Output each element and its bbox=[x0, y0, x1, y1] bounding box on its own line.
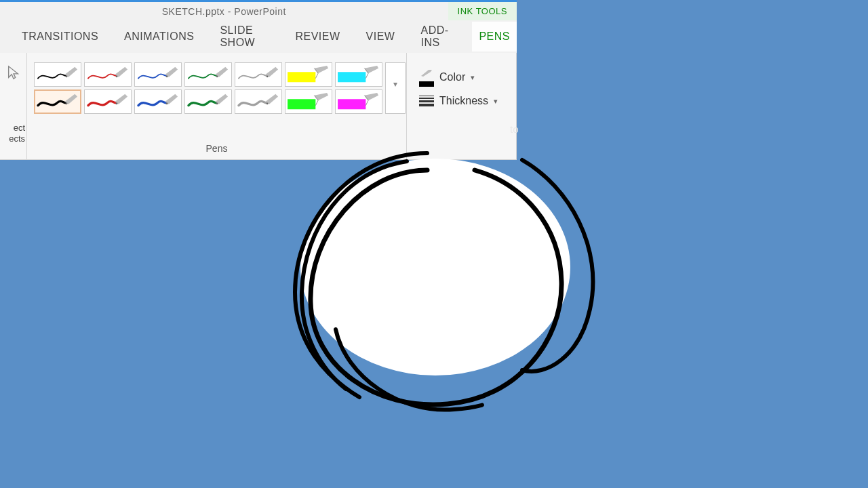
highlighter-swatch[interactable] bbox=[335, 62, 382, 87]
slide-canvas[interactable] bbox=[0, 160, 868, 488]
pen-swatch[interactable] bbox=[184, 62, 232, 87]
highlighter-swatch[interactable] bbox=[285, 89, 332, 114]
svg-point-4 bbox=[267, 75, 269, 77]
svg-point-0 bbox=[66, 75, 68, 77]
tab-addins[interactable]: ADD-INS bbox=[414, 16, 460, 58]
pen-swatch[interactable] bbox=[84, 62, 132, 87]
svg-point-8 bbox=[116, 102, 118, 104]
svg-rect-6 bbox=[338, 72, 366, 82]
svg-rect-13 bbox=[338, 99, 366, 109]
chevron-down-icon: ▾ bbox=[471, 73, 475, 82]
tab-pens[interactable]: PENS bbox=[472, 22, 517, 52]
tab-review[interactable]: REVIEW bbox=[288, 22, 347, 52]
pen-swatch[interactable] bbox=[184, 89, 232, 114]
pen-swatch[interactable] bbox=[235, 89, 282, 114]
svg-point-11 bbox=[267, 102, 269, 104]
chevron-down-icon: ▾ bbox=[393, 79, 397, 89]
thickness-icon bbox=[419, 95, 434, 107]
color-dropdown[interactable]: Color ▾ bbox=[412, 64, 505, 91]
pen-swatch[interactable] bbox=[235, 62, 282, 87]
svg-point-3 bbox=[216, 75, 218, 77]
svg-rect-5 bbox=[288, 72, 315, 82]
ink-strokes[interactable] bbox=[271, 133, 624, 424]
pen-swatch[interactable] bbox=[34, 89, 81, 114]
select-label-fragment-2: ects bbox=[9, 134, 25, 144]
pen-swatch[interactable] bbox=[134, 62, 182, 87]
tab-slideshow[interactable]: SLIDE SHOW bbox=[213, 16, 276, 58]
ribbon-tabs: TRANSITIONS ANIMATIONS SLIDE SHOW REVIEW… bbox=[0, 20, 517, 53]
thickness-label: Thickness bbox=[439, 95, 488, 107]
pens-gallery-expand[interactable]: ▾ bbox=[385, 62, 406, 114]
tab-view[interactable]: VIEW bbox=[359, 22, 402, 52]
ribbon-group-select: ect ects bbox=[0, 53, 27, 159]
svg-point-2 bbox=[166, 75, 168, 77]
pen-swatch[interactable] bbox=[34, 62, 81, 87]
highlighter-swatch[interactable] bbox=[335, 89, 382, 114]
svg-point-10 bbox=[216, 102, 218, 104]
svg-point-1 bbox=[116, 75, 118, 77]
pen-swatch[interactable] bbox=[84, 89, 132, 114]
highlighter-swatch[interactable] bbox=[285, 62, 332, 87]
chevron-down-icon: ▾ bbox=[494, 97, 498, 106]
tab-transitions[interactable]: TRANSITIONS bbox=[15, 22, 105, 52]
color-swatch bbox=[419, 81, 434, 87]
cursor-icon[interactable] bbox=[6, 65, 21, 82]
thickness-dropdown[interactable]: Thickness ▾ bbox=[412, 91, 505, 111]
svg-point-9 bbox=[166, 102, 168, 104]
select-label-fragment-1: ect bbox=[14, 123, 25, 133]
color-label: Color bbox=[439, 71, 465, 83]
pen-icon bbox=[420, 68, 433, 80]
svg-point-7 bbox=[66, 102, 68, 104]
pen-swatch[interactable] bbox=[134, 89, 182, 114]
tab-animations[interactable]: ANIMATIONS bbox=[117, 22, 201, 52]
svg-rect-12 bbox=[288, 99, 315, 109]
